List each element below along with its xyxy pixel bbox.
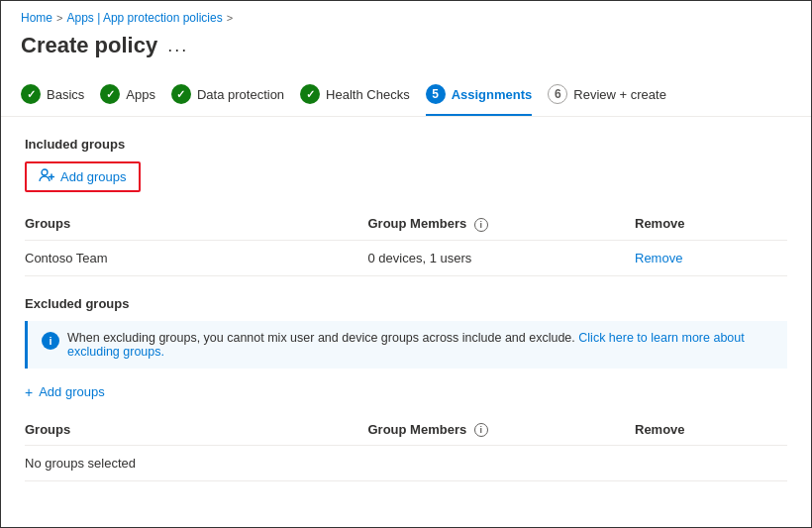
included-groups-table: Groups Group Members i Remove Contoso Te… (25, 208, 787, 276)
breadcrumb-apps[interactable]: Apps | App protection policies (66, 11, 222, 25)
step-apps-icon: ✓ (100, 84, 120, 104)
included-groups-label: Included groups (25, 137, 787, 152)
group-members-cell: 0 devices, 1 users (368, 240, 636, 275)
step-data-protection-label: Data protection (197, 87, 284, 102)
step-health-checks[interactable]: ✓ Health Checks (300, 74, 426, 116)
table-row: Contoso Team 0 devices, 1 users Remove (25, 240, 787, 275)
group-remove-cell: Remove (635, 240, 787, 275)
step-review-create-icon: 6 (548, 84, 567, 104)
breadcrumb-sep1: > (56, 12, 62, 24)
more-options-button[interactable]: ... (167, 36, 188, 56)
svg-point-0 (42, 169, 48, 175)
wizard-steps: ✓ Basics ✓ Apps ✓ Data protection ✓ Heal… (1, 74, 811, 117)
excluded-group-members-info-icon[interactable]: i (474, 423, 488, 437)
page-title: Create policy (21, 33, 157, 58)
excluded-table-header-row: Groups Group Members i Remove (25, 414, 787, 446)
person-add-icon (39, 168, 54, 185)
step-assignments-icon: 5 (426, 84, 446, 104)
included-col-groups: Groups (25, 208, 368, 240)
step-data-protection[interactable]: ✓ Data protection (171, 74, 300, 116)
breadcrumb-sep2: > (227, 12, 233, 24)
included-table-header-row: Groups Group Members i Remove (25, 208, 787, 240)
page-container: Home > Apps | App protection policies > … (0, 0, 812, 528)
info-circle-icon: i (42, 332, 59, 350)
add-excluded-groups-button[interactable]: + Add groups (25, 384, 105, 400)
group-name-cell: Contoso Team (25, 240, 368, 275)
included-col-remove: Remove (635, 208, 787, 240)
step-basics-icon: ✓ (21, 84, 41, 104)
step-health-checks-icon: ✓ (300, 84, 320, 104)
step-apps[interactable]: ✓ Apps (100, 74, 171, 116)
excluded-groups-label: Excluded groups (25, 296, 787, 311)
excluded-groups-table: Groups Group Members i Remove No groups … (25, 414, 787, 482)
content-area: Included groups Add groups Groups Group … (1, 117, 811, 521)
group-members-info-icon[interactable]: i (474, 218, 488, 232)
excluded-col-members: Group Members i (368, 414, 636, 446)
step-data-protection-icon: ✓ (171, 84, 191, 104)
plus-icon: + (25, 384, 33, 400)
step-review-create[interactable]: 6 Review + create (548, 74, 682, 116)
no-groups-cell: No groups selected (25, 446, 368, 481)
breadcrumb: Home > Apps | App protection policies > (1, 1, 811, 29)
included-col-members: Group Members i (368, 208, 636, 240)
step-health-checks-label: Health Checks (326, 87, 410, 102)
page-title-row: Create policy ... (1, 29, 811, 74)
step-assignments-label: Assignments (452, 87, 533, 102)
step-apps-label: Apps (126, 87, 155, 102)
add-included-groups-label: Add groups (60, 169, 127, 184)
excluded-empty-row: No groups selected (25, 446, 787, 481)
excluded-col-remove: Remove (635, 414, 787, 446)
excluded-col-groups: Groups (25, 414, 368, 446)
info-box-text: When excluding groups, you cannot mix us… (67, 331, 773, 359)
step-review-create-label: Review + create (573, 87, 666, 102)
step-basics[interactable]: ✓ Basics (21, 74, 100, 116)
remove-group-link[interactable]: Remove (635, 251, 682, 265)
step-assignments[interactable]: 5 Assignments (426, 74, 549, 116)
add-included-groups-button[interactable]: Add groups (25, 161, 141, 192)
add-excluded-groups-label: Add groups (39, 384, 105, 399)
breadcrumb-home[interactable]: Home (21, 11, 52, 25)
step-basics-label: Basics (47, 87, 84, 102)
excluded-groups-info-box: i When excluding groups, you cannot mix … (25, 321, 787, 369)
